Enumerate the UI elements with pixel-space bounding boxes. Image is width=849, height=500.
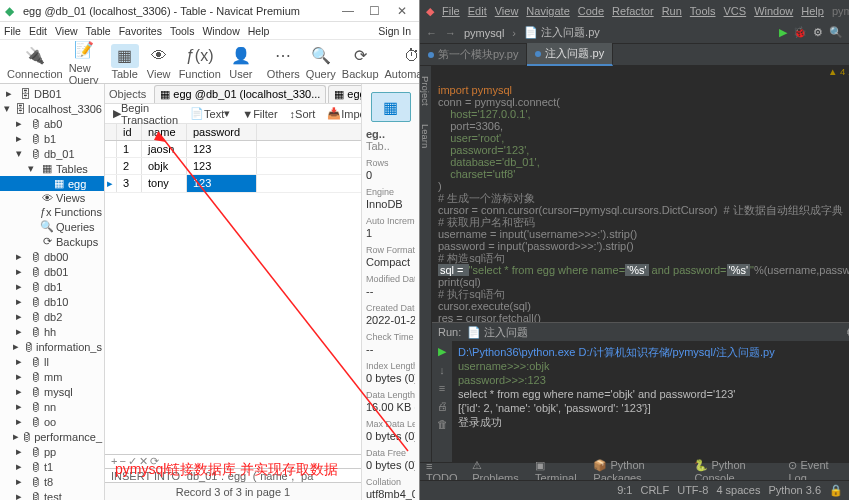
col-id[interactable]: id: [117, 124, 142, 140]
tree-node[interactable]: ▸🛢t1: [0, 459, 104, 474]
menu-view[interactable]: View: [55, 25, 78, 37]
tree-node[interactable]: ▦egg: [0, 176, 104, 191]
tree-node[interactable]: ▾▦Tables: [0, 161, 104, 176]
cursor-position[interactable]: 9:1: [617, 484, 632, 497]
breadcrumb-file[interactable]: 📄 注入问题.py: [524, 25, 600, 40]
pc-menu-run[interactable]: Run: [662, 5, 682, 17]
tree-node[interactable]: ⟳Backups: [0, 234, 104, 249]
pc-menu-navigate[interactable]: Navigate: [526, 5, 569, 17]
pc-menu-code[interactable]: Code: [578, 5, 604, 17]
tree-node[interactable]: ▸🛢ll: [0, 354, 104, 369]
begin-transaction-button[interactable]: ▶ Begin Transaction: [109, 101, 182, 127]
table-row[interactable]: ▸3tony123: [105, 175, 361, 193]
run-config-name[interactable]: 📄 注入问题: [467, 325, 528, 340]
pc-menu-vcs[interactable]: VCS: [724, 5, 747, 17]
run-output[interactable]: D:\Python36\python.exe D:/计算机知识存储/pymysq…: [452, 341, 849, 462]
editor-tab-2[interactable]: 注入问题.py: [527, 43, 613, 66]
tree-node[interactable]: ▸🛢mm: [0, 369, 104, 384]
tree-node[interactable]: ▸🛢pp: [0, 444, 104, 459]
inspections-badge[interactable]: ▲ 4 ⚠ 19: [432, 66, 849, 82]
close-button[interactable]: ✕: [390, 4, 414, 18]
menu-tools[interactable]: Tools: [170, 25, 195, 37]
pc-menu-refactor[interactable]: Refactor: [612, 5, 654, 17]
code-editor[interactable]: import pymysqlconn = pymysql.connect( ho…: [432, 82, 849, 322]
objects-tab[interactable]: Objects: [109, 88, 146, 100]
menu-edit[interactable]: Edit: [29, 25, 47, 37]
connection-tree[interactable]: ▸🗄DB01▾🗄localhost_3306▸🛢ab0▸🛢b1▾🛢db_01▾▦…: [0, 84, 105, 500]
run-button-icon[interactable]: ▶: [779, 26, 787, 39]
toolbar-view[interactable]: 👁View: [145, 44, 173, 80]
pc-menu-help[interactable]: Help: [801, 5, 824, 17]
tree-node[interactable]: ▸🛢db10: [0, 294, 104, 309]
import-button[interactable]: 📥 Import: [323, 106, 361, 121]
minimize-button[interactable]: —: [336, 4, 360, 18]
tree-node[interactable]: ▸🛢db1: [0, 279, 104, 294]
interpreter[interactable]: Python 3.6: [768, 484, 821, 497]
tree-node[interactable]: ▸🛢information_s: [0, 339, 104, 354]
editor-tab-1[interactable]: 第一个模块py.py: [420, 44, 527, 65]
tree-node[interactable]: ▸🛢mysql: [0, 384, 104, 399]
tree-node[interactable]: ▸🛢db2: [0, 309, 104, 324]
tree-node[interactable]: ▸🛢nn: [0, 399, 104, 414]
filter-button[interactable]: ▼ Filter: [238, 107, 281, 121]
lock-icon[interactable]: 🔒: [829, 484, 843, 497]
learn-tool-button[interactable]: Learn: [420, 124, 431, 148]
pc-menu-view[interactable]: View: [495, 5, 519, 17]
menu-favorites[interactable]: Favorites: [119, 25, 162, 37]
toolbar-user[interactable]: 👤User: [227, 44, 255, 80]
toolbar-connection[interactable]: 🔌Connection: [7, 44, 63, 80]
tree-node[interactable]: ▸🛢db01: [0, 264, 104, 279]
tree-node[interactable]: ▸🛢t8: [0, 474, 104, 489]
tree-node[interactable]: ▾🛢db_01: [0, 146, 104, 161]
stop-icon[interactable]: ↓: [439, 364, 445, 376]
tree-node[interactable]: 🔍Queries: [0, 219, 104, 234]
layout-icon[interactable]: ≡: [439, 382, 445, 394]
table-row[interactable]: 2objk123: [105, 158, 361, 175]
toolbar-function[interactable]: ƒ(x)Function: [179, 44, 221, 80]
pc-menu-edit[interactable]: Edit: [468, 5, 487, 17]
sort-button[interactable]: ↕ Sort: [286, 107, 320, 121]
tree-node[interactable]: ▾🗄localhost_3306: [0, 101, 104, 116]
print-icon[interactable]: 🖨: [437, 400, 448, 412]
rerun-icon[interactable]: ▶: [438, 345, 446, 358]
project-tool-button[interactable]: Project: [420, 76, 431, 106]
toolbar-query[interactable]: 🔍Query: [306, 44, 336, 80]
gear-icon[interactable]: ⚙: [813, 26, 823, 39]
pc-menu-tools[interactable]: Tools: [690, 5, 716, 17]
menu-help[interactable]: Help: [248, 25, 270, 37]
search-icon[interactable]: 🔍: [829, 26, 843, 39]
debug-button-icon[interactable]: 🐞: [793, 26, 807, 39]
maximize-button[interactable]: ☐: [363, 4, 387, 18]
indent[interactable]: 4 spaces: [716, 484, 760, 497]
nav-fwd-icon[interactable]: →: [445, 27, 456, 39]
encoding[interactable]: UTF-8: [677, 484, 708, 497]
data-grid[interactable]: id name password 1jaosn1232objk123▸3tony…: [105, 124, 361, 454]
tree-node[interactable]: ▸🛢test: [0, 489, 104, 500]
tree-node[interactable]: ƒxFunctions: [0, 205, 104, 219]
tree-node[interactable]: ▸🛢b1: [0, 131, 104, 146]
signin-link[interactable]: Sign In: [378, 25, 411, 37]
line-ending[interactable]: CRLF: [640, 484, 669, 497]
toolbar-backup[interactable]: ⟳Backup: [342, 44, 379, 80]
tree-node[interactable]: 👁Views: [0, 191, 104, 205]
pc-menu-file[interactable]: File: [442, 5, 460, 17]
toolbar-table[interactable]: ▦Table: [111, 44, 139, 80]
tree-node[interactable]: ▸🛢performance_: [0, 429, 104, 444]
toolbar-others[interactable]: ⋯Others: [267, 44, 300, 80]
breadcrumb-project[interactable]: pymysql: [464, 27, 504, 39]
tree-node[interactable]: ▸🗄DB01: [0, 86, 104, 101]
tree-node[interactable]: ▸🛢hh: [0, 324, 104, 339]
tree-node[interactable]: ▸🛢oo: [0, 414, 104, 429]
table-tab-2[interactable]: ▦ egg @db_01 (localhost_330...: [328, 85, 361, 103]
tree-node[interactable]: ▸🛢ab0: [0, 116, 104, 131]
tree-node[interactable]: ▸🛢db00: [0, 249, 104, 264]
text-button[interactable]: 📄 Text ▾: [186, 106, 234, 121]
toolbar-new-query[interactable]: 📝New Query: [69, 38, 99, 86]
col-name[interactable]: name: [142, 124, 187, 140]
menu-file[interactable]: File: [4, 25, 21, 37]
trash-icon[interactable]: 🗑: [437, 418, 448, 430]
table-row[interactable]: 1jaosn123: [105, 141, 361, 158]
nav-back-icon[interactable]: ←: [426, 27, 437, 39]
col-password[interactable]: password: [187, 124, 257, 140]
menu-table[interactable]: Table: [86, 25, 111, 37]
